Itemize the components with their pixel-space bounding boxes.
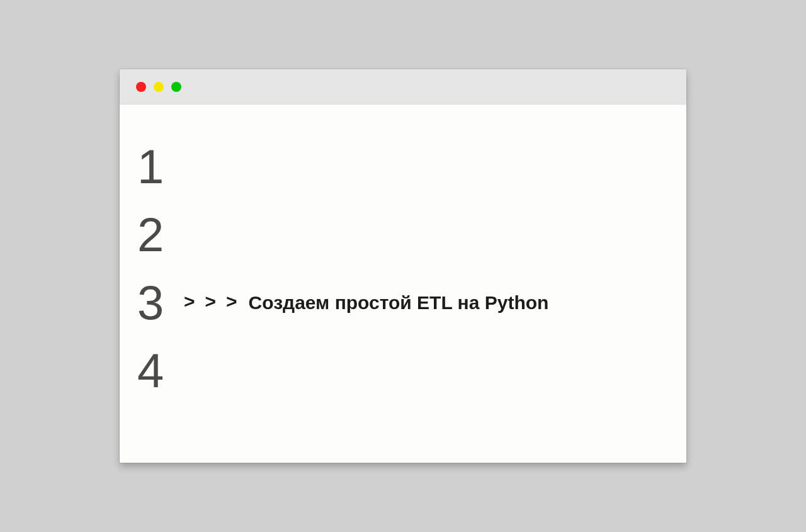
- close-button[interactable]: [136, 82, 146, 92]
- editor-line: 1: [137, 133, 686, 201]
- editor-area: 1 2 3 > > > Создаем простой ETL на Pytho…: [120, 105, 686, 463]
- line-number: 2: [137, 211, 184, 259]
- line-number: 4: [137, 347, 184, 395]
- prompt-line: > > > Создаем простой ETL на Python: [184, 293, 548, 312]
- prompt-text: Создаем простой ETL на Python: [249, 293, 549, 312]
- line-number: 3: [137, 279, 184, 327]
- chevron-right-icon: >: [205, 292, 217, 311]
- maximize-button[interactable]: [171, 82, 181, 92]
- editor-window: 1 2 3 > > > Создаем простой ETL на Pytho…: [120, 69, 686, 463]
- line-number: 1: [137, 143, 184, 191]
- titlebar: [120, 69, 686, 105]
- editor-line: 3 > > > Создаем простой ETL на Python: [137, 269, 686, 337]
- editor-line: 4: [137, 337, 686, 405]
- chevron-right-icon: >: [184, 292, 195, 311]
- minimize-button[interactable]: [154, 82, 164, 92]
- chevron-right-icon: >: [226, 292, 237, 311]
- editor-line: 2: [137, 201, 686, 269]
